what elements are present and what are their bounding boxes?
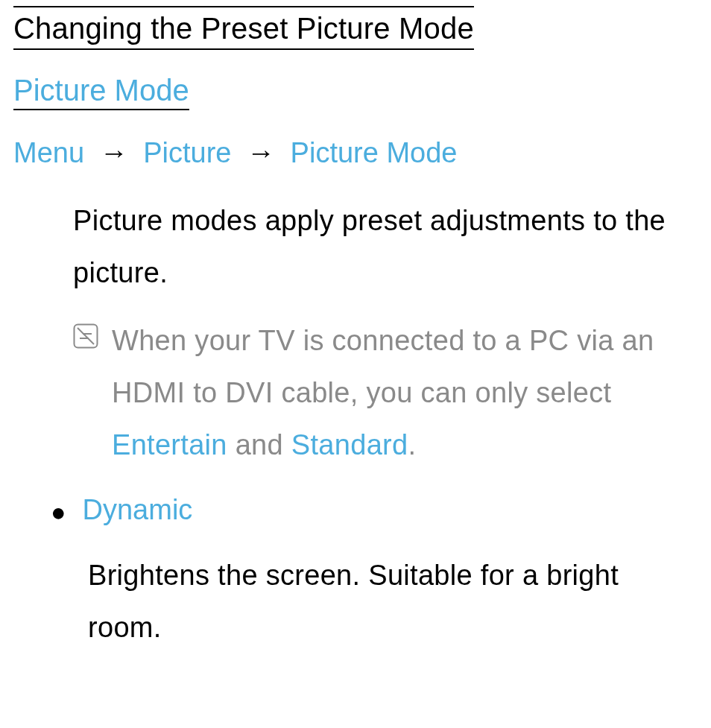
page-title: Changing the Preset Picture Mode [13,6,474,50]
note-text: When your TV is connected to a PC via an… [112,314,683,472]
note-suffix: . [408,429,416,460]
list-item: ● Dynamic [51,489,698,532]
bullet-icon: ● [51,492,66,532]
option-name-dynamic: Dynamic [83,489,193,531]
note-middle: and [227,429,291,460]
breadcrumb-step-picture-mode: Picture Mode [291,137,458,168]
arrow-icon: → [100,137,128,168]
note-term-standard: Standard [291,429,408,460]
arrow-icon: → [247,137,275,168]
manual-page: Changing the Preset Picture Mode Picture… [0,0,711,683]
breadcrumb: Menu → Picture → Picture Mode [13,137,698,169]
note-term-entertain: Entertain [112,429,227,460]
note-prefix: When your TV is connected to a PC via an… [112,325,654,408]
option-description: Brightens the screen. Suitable for a bri… [88,549,698,654]
breadcrumb-step-menu: Menu [13,137,84,168]
intro-text: Picture modes apply preset adjustments t… [73,194,683,300]
note-icon [73,323,98,349]
svg-line-1 [78,328,94,344]
body-block: Picture modes apply preset adjustments t… [73,194,683,471]
section-title: Picture Mode [13,74,189,110]
breadcrumb-step-picture: Picture [143,137,231,168]
note-row: When your TV is connected to a PC via an… [73,314,683,472]
